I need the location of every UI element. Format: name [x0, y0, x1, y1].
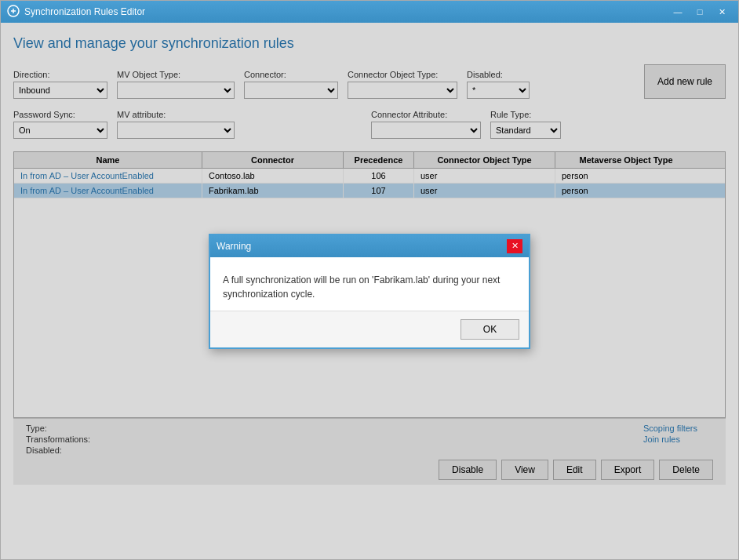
- app-icon: [7, 5, 20, 20]
- dialog-footer: OK: [210, 311, 529, 347]
- maximize-button[interactable]: □: [690, 4, 710, 20]
- dialog-title-bar: Warning ✕: [210, 235, 529, 257]
- ok-button[interactable]: OK: [461, 319, 519, 340]
- main-content: View and manage your synchronization rul…: [1, 23, 738, 559]
- dialog-body: A full synchronization will be run on 'F…: [210, 257, 529, 311]
- close-button[interactable]: ✕: [712, 4, 732, 20]
- window-title: Synchronization Rules Editor: [24, 6, 145, 17]
- main-window: Synchronization Rules Editor — □ ✕ View …: [0, 0, 739, 560]
- dialog-close-button[interactable]: ✕: [507, 239, 522, 253]
- dialog-title: Warning: [217, 241, 251, 252]
- minimize-button[interactable]: —: [668, 4, 688, 20]
- dialog-message: A full synchronization will be run on 'F…: [223, 273, 516, 301]
- dialog-overlay: Warning ✕ A full synchronization will be…: [1, 23, 738, 559]
- title-bar: Synchronization Rules Editor — □ ✕: [1, 1, 738, 23]
- warning-dialog: Warning ✕ A full synchronization will be…: [209, 234, 530, 349]
